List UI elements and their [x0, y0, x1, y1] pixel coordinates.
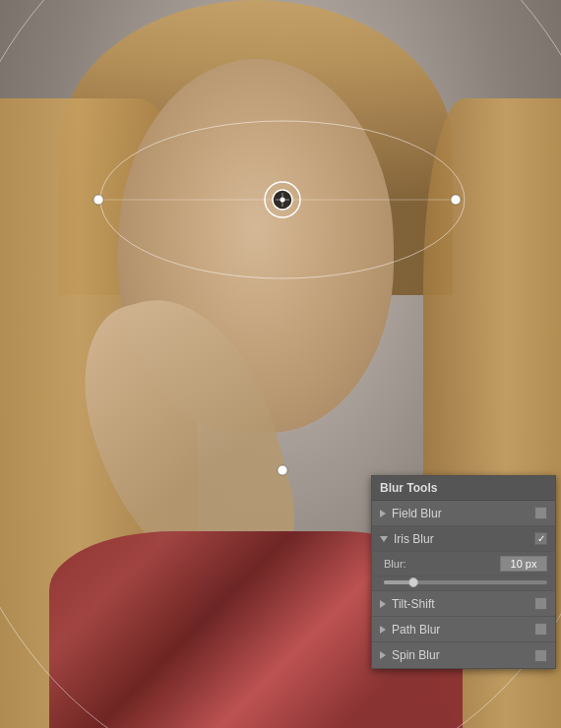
iris-blur-label: Iris Blur [394, 532, 534, 546]
path-blur-label: Path Blur [392, 623, 534, 637]
path-blur-item[interactable]: Path Blur [372, 617, 555, 642]
spin-blur-item[interactable]: Spin Blur [372, 642, 555, 668]
spin-blur-arrow [380, 651, 386, 659]
iris-blur-arrow [380, 536, 388, 542]
tilt-shift-item[interactable]: Tilt-Shift [372, 591, 555, 617]
iris-blur-item[interactable]: Iris Blur [372, 526, 555, 552]
spin-blur-checkbox[interactable] [534, 649, 547, 662]
blur-slider-track[interactable] [384, 580, 547, 584]
tilt-shift-label: Tilt-Shift [392, 597, 534, 611]
panel-title: Blur Tools [380, 481, 437, 495]
blur-slider-container [372, 576, 555, 591]
iris-blur-checkbox[interactable] [534, 532, 547, 545]
blur-slider-thumb[interactable] [408, 577, 418, 587]
blur-sub-label: Blur: [384, 558, 406, 570]
tilt-shift-checkbox[interactable] [534, 597, 547, 610]
field-blur-arrow [380, 510, 386, 517]
iris-blur-sub-row: Blur: [372, 552, 555, 576]
tilt-shift-arrow [380, 600, 386, 608]
path-blur-checkbox[interactable] [534, 623, 547, 636]
field-blur-label: Field Blur [392, 507, 534, 520]
path-blur-arrow [380, 626, 386, 634]
blur-panel: Blur Tools Field Blur Iris Blur Blur: Ti… [371, 475, 556, 669]
blur-value-input[interactable] [500, 556, 547, 572]
field-blur-checkbox[interactable] [534, 507, 547, 519]
spin-blur-label: Spin Blur [392, 648, 534, 662]
field-blur-item[interactable]: Field Blur [372, 501, 555, 526]
panel-header: Blur Tools [372, 476, 555, 501]
